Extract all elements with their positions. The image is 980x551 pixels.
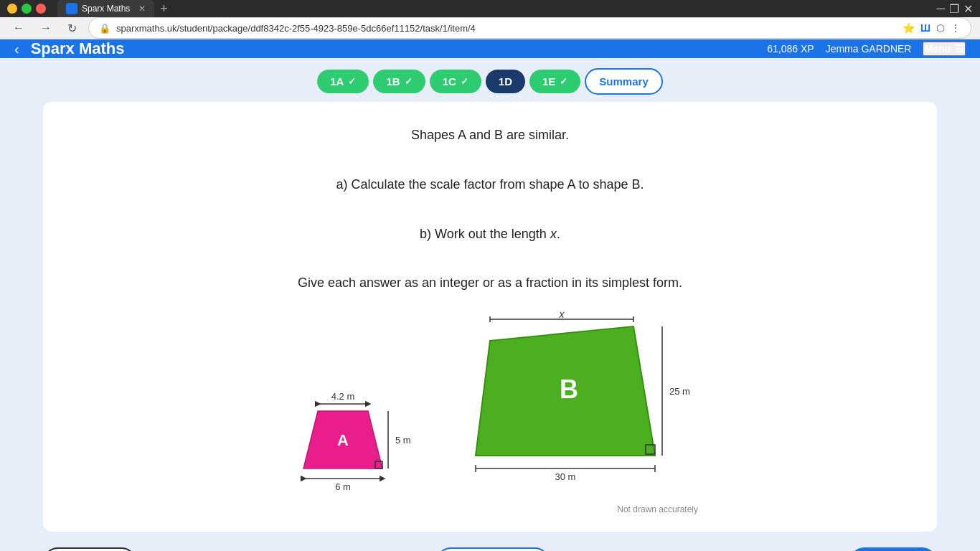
check-icon-1e: ✓ xyxy=(560,76,567,87)
question-line1: Shapes A and B are similar. xyxy=(86,123,894,146)
previous-button[interactable]: ‹ < Previous xyxy=(43,547,136,551)
question-line3: b) Work out the length x. xyxy=(86,222,894,245)
xp-display: 61,086 XP xyxy=(767,43,814,55)
shape-b-label: B xyxy=(560,375,578,404)
tab-1d[interactable]: 1D xyxy=(486,70,525,93)
active-browser-tab[interactable]: Sparx Maths ✕ xyxy=(57,0,154,17)
bottom-bar: ‹ < Previous Watch video Answer xyxy=(0,539,980,551)
menu-button[interactable]: Menu ☰ xyxy=(923,42,966,56)
check-icon-1c: ✓ xyxy=(461,76,468,87)
user-name: Jemma GARDNER xyxy=(826,43,912,55)
check-icon-1b: ✓ xyxy=(405,76,413,87)
address-bar[interactable]: 🔒 sparxmaths.uk/student/package/ddf8342c… xyxy=(88,17,971,39)
shape-a-svg: A 4.2 m 5 m 6 m xyxy=(282,368,411,512)
question-line4: Give each answer as an integer or as a f… xyxy=(86,271,894,294)
new-tab-btn[interactable]: + xyxy=(160,1,168,17)
shape-b-right-label: 25 m xyxy=(669,386,690,397)
hamburger-icon: ☰ xyxy=(955,43,964,55)
reload-btn[interactable]: ↻ xyxy=(63,19,81,38)
tab-1e[interactable]: 1E ✓ xyxy=(529,70,580,93)
back-button[interactable]: ‹ xyxy=(14,41,19,57)
diagram-area: A 4.2 m 5 m 6 m xyxy=(86,312,894,514)
maximize-btn[interactable] xyxy=(22,4,32,14)
close-btn[interactable] xyxy=(36,4,46,14)
shape-a-container: A 4.2 m 5 m 6 m xyxy=(282,368,411,514)
watch-video-button[interactable]: Watch video xyxy=(436,547,550,551)
header-right: 61,086 XP Jemma GARDNER Menu ☰ xyxy=(767,42,966,56)
not-drawn-note: Not drawn accurately xyxy=(468,504,698,514)
tab-navigation: 1A ✓ 1B ✓ 1C ✓ 1D 1E ✓ Summary xyxy=(0,58,980,102)
tab-summary[interactable]: Summary xyxy=(585,68,662,95)
tab-1c[interactable]: 1C ✓ xyxy=(430,70,481,93)
question-text: Shapes A and B are similar. a) Calculate… xyxy=(86,123,894,298)
answer-button[interactable]: Answer xyxy=(849,547,937,551)
back-nav-btn[interactable]: ← xyxy=(9,19,29,37)
address-bar-icons: ⭐ Ш ⬡ ⋮ xyxy=(903,22,961,34)
shape-b-bottom-label: 30 m xyxy=(555,471,576,482)
shape-b-svg: B x 25 m 30 m xyxy=(468,312,698,499)
question-card: Shapes A and B are similar. a) Calculate… xyxy=(43,102,937,532)
tab-1a[interactable]: 1A ✓ xyxy=(317,70,369,93)
browser-chrome: Sparx Maths ✕ + ─❐✕ xyxy=(0,0,980,17)
main-content: Shapes A and B are similar. a) Calculate… xyxy=(0,102,980,539)
shape-a-top-label: 4.2 m xyxy=(331,391,355,402)
forward-nav-btn[interactable]: → xyxy=(36,19,56,37)
app-title: Sparx Maths xyxy=(31,39,125,58)
minimize-btn[interactable] xyxy=(7,4,17,14)
question-line2: a) Calculate the scale factor from shape… xyxy=(86,173,894,196)
app-header: ‹ Sparx Maths 61,086 XP Jemma GARDNER Me… xyxy=(0,39,980,58)
url-text: sparxmaths.uk/student/package/ddf8342c-2… xyxy=(116,23,897,34)
shape-a-bottom-label: 6 m xyxy=(335,481,351,492)
address-bar-row: ← → ↻ 🔒 sparxmaths.uk/student/package/dd… xyxy=(0,17,980,39)
tab-1b[interactable]: 1B ✓ xyxy=(373,70,425,93)
shape-b-container: B x 25 m 30 m Not xyxy=(468,312,698,514)
check-icon-1a: ✓ xyxy=(348,76,356,87)
shape-a-right-label: 5 m xyxy=(395,435,411,446)
shape-b-top-label: x xyxy=(559,312,565,320)
tab-title: Sparx Maths xyxy=(82,4,130,14)
window-controls: ─❐✕ xyxy=(937,2,973,16)
shape-a-label: A xyxy=(337,431,349,449)
